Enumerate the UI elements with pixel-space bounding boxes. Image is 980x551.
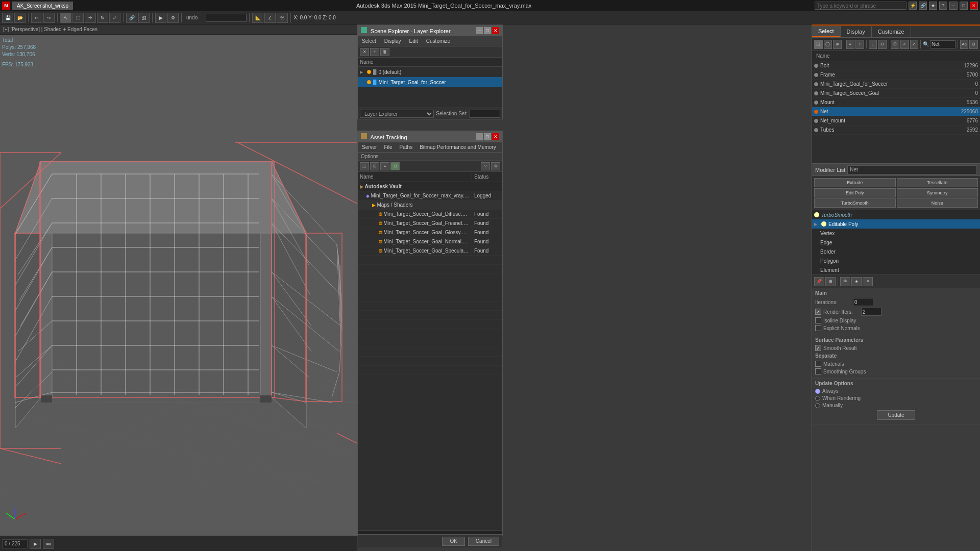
at-item-maps-folder[interactable]: ▶ Maps / Shaders xyxy=(358,201,502,210)
at-btn-2[interactable]: ⊞ xyxy=(370,162,379,170)
mp-make-unique-btn[interactable]: ◈ xyxy=(851,277,862,286)
render-setup-button[interactable]: ⚙ xyxy=(167,13,179,23)
sfs-item-tubes[interactable]: Tubes 2592 xyxy=(812,126,980,135)
layer-explorer-menu-edit[interactable]: Edit xyxy=(407,37,420,45)
at-item-diffuse[interactable]: 🖼 Mini_Target_Soccer_Goal_Diffuse.png Fo… xyxy=(358,210,502,219)
save-button[interactable]: 💾 xyxy=(2,13,13,23)
sfs-invert-btn[interactable]: ⊕ xyxy=(833,40,842,49)
rotate-button[interactable]: ↻ xyxy=(97,13,108,23)
layer-explorer-titlebar[interactable]: Scene Explorer - Layer Explorer ─ □ ✕ xyxy=(358,25,502,36)
sfs-tab-customize[interactable]: Customize xyxy=(872,27,911,37)
ts-smooth-check[interactable] xyxy=(815,345,821,351)
at-menu-file[interactable]: File xyxy=(382,143,394,151)
sfs-tab-select[interactable]: Select xyxy=(812,26,841,37)
sfs-deselect-btn[interactable]: ◯ xyxy=(824,40,832,49)
unlink-button[interactable]: ⛓ xyxy=(138,13,150,23)
at-settings-btn[interactable]: ⚙ xyxy=(491,162,500,170)
sfs-item-goal[interactable]: Mini_Target_Goal_for_Soccer 0 xyxy=(812,80,980,89)
layer-item-default[interactable]: ▶ █ 0 (default) xyxy=(358,67,502,77)
sfs-item-net[interactable]: Net 225068 xyxy=(812,107,980,116)
mp-param-editor-btn[interactable]: ⊞ xyxy=(825,277,836,286)
sfs-case-btn[interactable]: Aa xyxy=(960,40,969,49)
sfs-none-btn[interactable]: ∅ xyxy=(891,40,899,49)
stack-item-turbosmooth[interactable]: TurboSmooth xyxy=(812,210,980,219)
ts-materials-check[interactable] xyxy=(815,361,821,367)
minimize-button[interactable]: ─ xyxy=(949,2,958,10)
ts-when-rendering-radio[interactable] xyxy=(815,396,820,401)
toolbar-icon-4[interactable]: ? xyxy=(939,2,947,10)
stack-item-polygon[interactable]: Polygon xyxy=(812,256,980,265)
mp-show-result-btn[interactable]: 👁 xyxy=(840,277,850,286)
title-tab-screenshot[interactable]: AK_Screenshot_wrksp xyxy=(12,2,73,10)
le-delete-btn[interactable]: 🗑 xyxy=(380,48,389,56)
sfs-item-bolt[interactable]: Bolt 12296 xyxy=(812,61,980,70)
percent-snap-button[interactable]: % xyxy=(277,13,288,23)
toolbar-icon-2[interactable]: 🔗 xyxy=(919,2,927,10)
le-close-btn[interactable]: ✕ xyxy=(360,48,369,56)
at-menu-options[interactable]: Options xyxy=(358,153,502,161)
redo-button[interactable]: ↪ xyxy=(43,13,55,23)
angle-snap-button[interactable]: ∠ xyxy=(264,13,276,23)
ts-explicit-check[interactable] xyxy=(815,325,821,331)
sfs-object-btn[interactable]: O xyxy=(878,40,887,49)
at-item-specular[interactable]: 🖼 Mini_Target_Soccer_Goal_Specular.png F… xyxy=(358,246,502,256)
sfs-layer-btn[interactable]: L xyxy=(869,40,877,49)
sfs-item-netmount[interactable]: Net_mount 6776 xyxy=(812,116,980,126)
layer-explorer-menu-customize[interactable]: Customize xyxy=(424,37,452,45)
open-button[interactable]: 📂 xyxy=(14,13,26,23)
turbosmooth-btn[interactable]: TurboSmooth xyxy=(814,198,896,208)
at-menu-bitmap[interactable]: Bitmap Performance and Memory xyxy=(418,143,498,151)
move-button[interactable]: ✛ xyxy=(85,13,96,23)
ts-render-iters-check[interactable] xyxy=(815,309,821,315)
mp-pin-btn[interactable]: 📌 xyxy=(814,277,824,286)
at-ok-button[interactable]: OK xyxy=(442,537,464,546)
sfs-sort-btn[interactable]: ↕ xyxy=(855,40,864,49)
at-cancel-button[interactable]: Cancel xyxy=(468,537,499,546)
scene-explorer-dropdown[interactable]: Layer Explorer xyxy=(360,110,434,118)
scale-button[interactable]: ⤢ xyxy=(109,13,120,23)
toolbar-icon-1[interactable]: ⚡ xyxy=(909,2,917,10)
viewport-canvas[interactable]: Total Polys: 257,968 Verts: 130,706 FPS:… xyxy=(0,35,357,536)
modifier-dropdown[interactable]: Net xyxy=(847,165,977,174)
stack-item-editpoly[interactable]: ▶ Editable Poly xyxy=(812,219,980,229)
undo-button[interactable]: ↩ xyxy=(31,13,42,23)
render-button[interactable]: ▶ xyxy=(155,13,166,23)
ts-always-radio[interactable] xyxy=(815,389,820,394)
ts-iterations-input[interactable] xyxy=(853,298,873,306)
status-end-btn[interactable]: ⏭ xyxy=(43,539,54,549)
ts-isoline-check[interactable] xyxy=(815,317,821,323)
sfs-item-soccergoal[interactable]: Mini_Target_Soccer_Goal 0 xyxy=(812,89,980,98)
at-btn-1[interactable]: ⬚ xyxy=(360,162,369,170)
asset-tracking-titlebar[interactable]: Asset Tracking ─ □ ✕ xyxy=(358,131,502,142)
ts-manually-radio[interactable] xyxy=(815,403,820,408)
mp-remove-btn[interactable]: ✕ xyxy=(863,277,873,286)
stack-item-border[interactable]: Border xyxy=(812,247,980,256)
at-btn-3[interactable]: ≡ xyxy=(380,162,389,170)
sfs-select-all-btn[interactable]: ⬚ xyxy=(814,40,823,49)
status-play-btn[interactable]: ▶ xyxy=(30,539,41,549)
symmetry-btn[interactable]: Symmetry xyxy=(897,188,978,197)
at-item-fresnel[interactable]: 🖼 Mini_Target_Soccer_Goal_Fresnel.png Fo… xyxy=(358,219,502,228)
ts-update-button[interactable]: Update xyxy=(877,410,915,420)
selection-set-input[interactable] xyxy=(470,110,500,118)
at-minimize[interactable]: ─ xyxy=(476,133,483,140)
asset-tracking-scrollbar[interactable] xyxy=(358,530,502,534)
at-btn-4[interactable]: ⊡ xyxy=(390,162,400,170)
keyword-search-input[interactable] xyxy=(815,2,906,10)
at-item-normal[interactable]: 🖼 Mini_Target_Soccer_Goal_Normal.png Fou… xyxy=(358,237,502,246)
at-maximize[interactable]: □ xyxy=(484,133,491,140)
sfs-invert2-btn[interactable]: ⤢ xyxy=(910,40,919,49)
sfs-item-frame[interactable]: Frame 5700 xyxy=(812,70,980,80)
layer-item-target[interactable]: █ Mini_Target_Goal_for_Soccer xyxy=(358,77,502,87)
sfs-all-btn[interactable]: ✓ xyxy=(900,40,909,49)
stack-item-edge[interactable]: Edge xyxy=(812,238,980,247)
stack-item-vertex[interactable]: Vertex xyxy=(812,229,980,238)
layer-explorer-maximize[interactable]: □ xyxy=(484,27,491,34)
ts-render-iters-input[interactable] xyxy=(861,308,881,316)
select-region-button[interactable]: ⬚ xyxy=(72,13,84,23)
at-item-vault[interactable]: ▶ Autodesk Vault xyxy=(358,182,502,191)
snap-button[interactable]: 📐 xyxy=(252,13,263,23)
link-button[interactable]: 🔗 xyxy=(126,13,137,23)
sfs-tab-display[interactable]: Display xyxy=(841,27,872,37)
at-menu-paths[interactable]: Paths xyxy=(398,143,415,151)
